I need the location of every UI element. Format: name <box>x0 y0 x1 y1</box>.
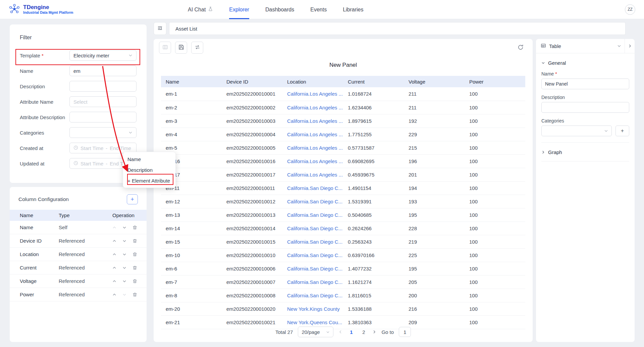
panel-name-input[interactable] <box>541 79 629 89</box>
location-link[interactable]: California.San Diego C... <box>282 221 343 235</box>
nav-item-events[interactable]: Events <box>310 0 327 19</box>
tab-asset-list[interactable]: Asset List <box>169 22 626 35</box>
avatar[interactable]: ZZ <box>625 4 635 15</box>
location-link[interactable]: California.San Diego C... <box>282 248 343 262</box>
move-down-icon[interactable] <box>122 239 126 243</box>
chevron-down-icon[interactable] <box>617 44 621 48</box>
panel-collapse-button[interactable] <box>625 39 635 53</box>
view-selector-value[interactable]: Table <box>549 43 561 49</box>
pagination: Total 27 20/page 1 2 Go to <box>154 327 533 337</box>
template-select[interactable]: Electricity meter <box>69 50 137 61</box>
layout-columns-button[interactable] <box>159 42 171 54</box>
panel-categories-select[interactable] <box>541 126 612 136</box>
move-down-icon[interactable] <box>122 226 126 230</box>
prev-page-icon[interactable] <box>338 330 342 334</box>
delete-column-icon[interactable] <box>132 239 137 243</box>
asset-row: em-12em202502200010012California.San Die… <box>161 195 525 208</box>
move-up-icon[interactable] <box>112 239 116 243</box>
column-config-header: Name Type Operation <box>10 210 147 221</box>
asset-row: em-17em202502200010017California.Los Ang… <box>161 168 525 181</box>
nav-item-ai-chat[interactable]: AI Chat <box>188 0 213 19</box>
asset-name-cell: em-1 <box>161 87 222 101</box>
location-link[interactable]: New York.Kings County <box>282 302 343 315</box>
general-section-header[interactable]: General <box>541 60 629 66</box>
dropdown-item-name[interactable]: Name <box>123 154 175 164</box>
location-link[interactable]: California.Los Angeles ... <box>282 154 343 168</box>
delete-column-icon[interactable] <box>132 265 137 270</box>
page: { "header": { "logo_title": "TDengine", … <box>0 0 644 347</box>
add-category-button[interactable]: + <box>615 126 629 136</box>
location-link[interactable]: California.Los Angeles ... <box>282 114 343 128</box>
nav-item-dashboards[interactable]: Dashboards <box>265 0 294 19</box>
asset-row: em-14em202502200010014California.San Die… <box>161 221 525 235</box>
asset-cell: 219 <box>404 235 465 248</box>
asset-row: em-3em202502200010003California.Los Ange… <box>161 114 525 128</box>
delete-column-icon[interactable] <box>132 279 137 284</box>
name-input[interactable] <box>73 68 132 74</box>
dropdown-item-description[interactable]: Description <box>123 164 175 175</box>
location-link[interactable]: California.Los Angeles ... <box>282 168 343 181</box>
sync-button[interactable] <box>191 42 203 54</box>
asset-cell: em202502200010014 <box>222 221 282 235</box>
sidebar-toggle-button[interactable] <box>154 22 166 35</box>
panel-description-input[interactable] <box>541 102 629 113</box>
asset-table-header-row: NameDevice IDLocationCurrentVoltagePower <box>161 76 525 87</box>
column-config-row: PowerReferenced <box>10 288 147 301</box>
location-link[interactable]: California.Los Angeles ... <box>282 101 343 114</box>
asset-cell: em202502200010011 <box>222 181 282 195</box>
location-link[interactable]: California.San Diego C... <box>282 262 343 275</box>
location-link[interactable]: California.Los Angeles ... <box>282 128 343 141</box>
column-type: Referenced <box>59 278 112 284</box>
asset-row: em-10em202502200010010California.San Die… <box>161 248 525 262</box>
asset-row: em-4em202502200010004California.Los Ange… <box>161 128 525 141</box>
tdengine-logo-icon <box>9 3 20 16</box>
asset-name-cell: em-6 <box>161 262 222 275</box>
asset-name-cell: em-14 <box>161 221 222 235</box>
move-up-icon[interactable] <box>112 226 116 230</box>
move-down-icon[interactable] <box>122 266 126 270</box>
categories-select[interactable] <box>69 127 137 138</box>
asset-cell: 100 <box>465 208 525 221</box>
location-link[interactable]: California.Los Angeles ... <box>282 141 343 154</box>
move-down-icon[interactable] <box>122 293 126 297</box>
move-up-icon[interactable] <box>112 279 116 283</box>
location-link[interactable]: California.San Diego C... <box>282 235 343 248</box>
move-down-icon[interactable] <box>122 252 126 256</box>
delete-column-icon[interactable] <box>132 225 137 230</box>
dropdown-item-element-attribute[interactable]: + Element Attribute <box>123 175 175 186</box>
move-up-icon[interactable] <box>112 293 116 297</box>
location-link[interactable]: California.San Diego C... <box>282 195 343 208</box>
location-link[interactable]: California.Los Angeles ... <box>282 87 343 101</box>
description-input[interactable] <box>73 84 132 89</box>
location-link[interactable]: California.San Diego C... <box>282 289 343 302</box>
delete-column-icon[interactable] <box>132 292 137 297</box>
page-number-2[interactable]: 2 <box>360 329 367 335</box>
asset-cell: em202502200010017 <box>222 168 282 181</box>
location-link[interactable]: California.San Diego C... <box>282 208 343 221</box>
graph-section-header[interactable]: Graph <box>541 149 629 155</box>
asset-row: em-6em202502200010006California.San Dieg… <box>161 262 525 275</box>
add-column-button[interactable]: + <box>127 194 138 204</box>
refresh-button[interactable] <box>515 42 526 53</box>
asset-cell: em202502200010005 <box>222 141 282 154</box>
move-up-icon[interactable] <box>112 252 116 256</box>
next-page-icon[interactable] <box>372 330 376 334</box>
page-number-1[interactable]: 1 <box>347 329 355 335</box>
asset-cell: 100 <box>465 289 525 302</box>
asset-cell: 196 <box>404 154 465 168</box>
asset-cell: 0.57731587 <box>343 141 404 154</box>
location-link[interactable]: California.San Diego C... <box>282 275 343 289</box>
nav-item-libraries[interactable]: Libraries <box>343 0 363 19</box>
move-down-icon[interactable] <box>122 279 126 283</box>
attribute-description-input[interactable] <box>73 114 132 120</box>
delete-column-icon[interactable] <box>132 252 137 257</box>
save-button[interactable] <box>175 42 187 54</box>
asset-name-cell: em-12 <box>161 195 222 208</box>
column-type: Referenced <box>59 238 112 244</box>
move-up-icon[interactable] <box>112 266 116 270</box>
nav-item-explorer[interactable]: Explorer <box>229 0 249 19</box>
page-size-select[interactable]: 20/page <box>298 327 333 337</box>
location-link[interactable]: California.San Diego C... <box>282 181 343 195</box>
attribute-name-select[interactable]: Select <box>69 96 137 107</box>
goto-page-input[interactable] <box>399 327 411 337</box>
